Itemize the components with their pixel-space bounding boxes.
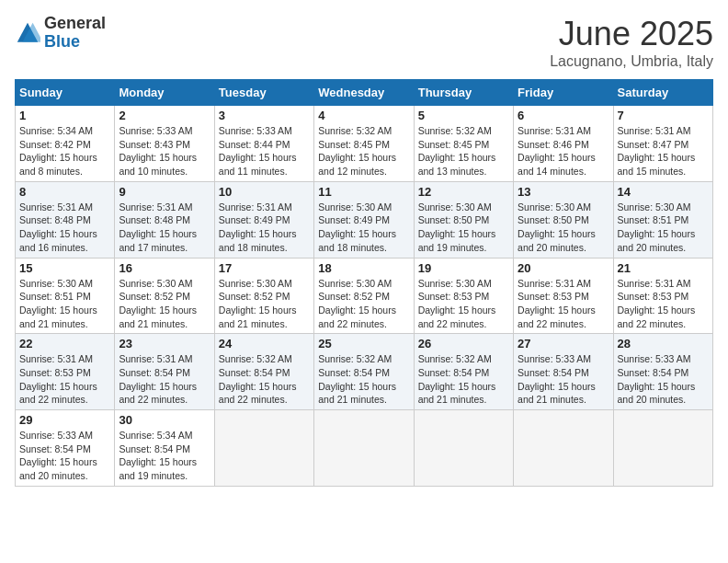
day-detail: Sunrise: 5:32 AM Sunset: 8:54 PM Dayligh…	[418, 352, 509, 407]
calendar-cell: 2Sunrise: 5:33 AM Sunset: 8:43 PM Daylig…	[115, 106, 214, 182]
day-number: 16	[119, 261, 210, 275]
day-detail: Sunrise: 5:30 AM Sunset: 8:51 PM Dayligh…	[19, 277, 110, 331]
day-number: 18	[318, 261, 409, 275]
col-header-monday: Monday	[115, 80, 214, 106]
day-number: 30	[119, 413, 210, 427]
day-detail: Sunrise: 5:31 AM Sunset: 8:53 PM Dayligh…	[19, 352, 110, 407]
day-detail: Sunrise: 5:30 AM Sunset: 8:50 PM Dayligh…	[518, 201, 609, 255]
day-number: 6	[518, 109, 609, 122]
calendar-cell: 27Sunrise: 5:33 AM Sunset: 8:54 PM Dayli…	[514, 334, 613, 410]
col-header-sunday: Sunday	[16, 80, 115, 106]
title-block: June 2025 Lacugnano, Umbria, Italy	[550, 15, 713, 70]
day-detail: Sunrise: 5:30 AM Sunset: 8:53 PM Dayligh…	[418, 277, 509, 331]
day-number: 13	[518, 185, 609, 199]
day-detail: Sunrise: 5:34 AM Sunset: 8:42 PM Dayligh…	[19, 124, 110, 178]
day-number: 7	[618, 109, 709, 122]
day-detail: Sunrise: 5:31 AM Sunset: 8:48 PM Dayligh…	[119, 201, 210, 255]
col-header-thursday: Thursday	[414, 80, 513, 106]
calendar-cell: 19Sunrise: 5:30 AM Sunset: 8:53 PM Dayli…	[414, 258, 513, 334]
day-detail: Sunrise: 5:33 AM Sunset: 8:54 PM Dayligh…	[618, 352, 709, 407]
calendar-header-row: SundayMondayTuesdayWednesdayThursdayFrid…	[16, 80, 713, 106]
day-detail: Sunrise: 5:32 AM Sunset: 8:54 PM Dayligh…	[318, 352, 409, 407]
day-number: 1	[19, 109, 110, 122]
calendar-cell: 3Sunrise: 5:33 AM Sunset: 8:44 PM Daylig…	[214, 106, 313, 182]
calendar-cell: 22Sunrise: 5:31 AM Sunset: 8:53 PM Dayli…	[16, 334, 115, 410]
page-header: General Blue June 2025 Lacugnano, Umbria…	[15, 15, 713, 70]
day-number: 15	[19, 261, 110, 275]
calendar-cell: 15Sunrise: 5:30 AM Sunset: 8:51 PM Dayli…	[16, 258, 115, 334]
calendar-cell: 9Sunrise: 5:31 AM Sunset: 8:48 PM Daylig…	[115, 181, 214, 258]
day-detail: Sunrise: 5:31 AM Sunset: 8:48 PM Dayligh…	[19, 201, 110, 255]
day-detail: Sunrise: 5:30 AM Sunset: 8:49 PM Dayligh…	[318, 201, 409, 255]
day-detail: Sunrise: 5:31 AM Sunset: 8:49 PM Dayligh…	[219, 201, 310, 255]
calendar-title: June 2025	[550, 15, 713, 53]
day-number: 24	[219, 337, 310, 350]
logo-icon	[15, 20, 40, 46]
calendar-cell: 1Sunrise: 5:34 AM Sunset: 8:42 PM Daylig…	[16, 106, 115, 182]
day-detail: Sunrise: 5:30 AM Sunset: 8:50 PM Dayligh…	[418, 201, 509, 255]
calendar-cell: 16Sunrise: 5:30 AM Sunset: 8:52 PM Dayli…	[115, 258, 214, 334]
day-detail: Sunrise: 5:31 AM Sunset: 8:53 PM Dayligh…	[618, 277, 709, 331]
calendar-cell: 14Sunrise: 5:30 AM Sunset: 8:51 PM Dayli…	[613, 181, 712, 258]
day-detail: Sunrise: 5:30 AM Sunset: 8:52 PM Dayligh…	[318, 277, 409, 331]
calendar-cell: 23Sunrise: 5:31 AM Sunset: 8:54 PM Dayli…	[115, 334, 214, 410]
day-detail: Sunrise: 5:31 AM Sunset: 8:54 PM Dayligh…	[119, 352, 210, 407]
calendar-week-1: 1Sunrise: 5:34 AM Sunset: 8:42 PM Daylig…	[16, 106, 713, 182]
logo: General Blue	[15, 15, 106, 52]
day-detail: Sunrise: 5:31 AM Sunset: 8:47 PM Dayligh…	[618, 124, 709, 178]
calendar-cell	[613, 410, 712, 487]
calendar-week-2: 8Sunrise: 5:31 AM Sunset: 8:48 PM Daylig…	[16, 181, 713, 258]
day-detail: Sunrise: 5:33 AM Sunset: 8:43 PM Dayligh…	[119, 124, 210, 178]
calendar-cell: 30Sunrise: 5:34 AM Sunset: 8:54 PM Dayli…	[115, 410, 214, 487]
day-number: 28	[618, 337, 709, 350]
calendar-cell: 11Sunrise: 5:30 AM Sunset: 8:49 PM Dayli…	[314, 181, 414, 258]
day-detail: Sunrise: 5:33 AM Sunset: 8:44 PM Dayligh…	[219, 124, 310, 178]
calendar-cell: 13Sunrise: 5:30 AM Sunset: 8:50 PM Dayli…	[514, 181, 613, 258]
day-number: 4	[318, 109, 409, 122]
calendar-cell: 26Sunrise: 5:32 AM Sunset: 8:54 PM Dayli…	[414, 334, 513, 410]
day-detail: Sunrise: 5:31 AM Sunset: 8:46 PM Dayligh…	[518, 124, 609, 178]
col-header-tuesday: Tuesday	[214, 80, 313, 106]
calendar-cell: 29Sunrise: 5:33 AM Sunset: 8:54 PM Dayli…	[16, 410, 115, 487]
day-detail: Sunrise: 5:31 AM Sunset: 8:53 PM Dayligh…	[518, 277, 609, 331]
calendar-cell: 6Sunrise: 5:31 AM Sunset: 8:46 PM Daylig…	[514, 106, 613, 182]
day-number: 10	[219, 185, 310, 199]
day-detail: Sunrise: 5:34 AM Sunset: 8:54 PM Dayligh…	[119, 429, 210, 483]
logo-blue: Blue	[44, 33, 106, 52]
calendar-cell	[414, 410, 513, 487]
calendar-cell: 5Sunrise: 5:32 AM Sunset: 8:45 PM Daylig…	[414, 106, 513, 182]
day-number: 21	[618, 261, 709, 275]
day-number: 2	[119, 109, 210, 122]
day-number: 29	[19, 413, 110, 427]
calendar-table: SundayMondayTuesdayWednesdayThursdayFrid…	[15, 79, 713, 487]
day-detail: Sunrise: 5:32 AM Sunset: 8:54 PM Dayligh…	[219, 352, 310, 407]
day-detail: Sunrise: 5:30 AM Sunset: 8:52 PM Dayligh…	[219, 277, 310, 331]
day-number: 26	[418, 337, 509, 350]
day-detail: Sunrise: 5:33 AM Sunset: 8:54 PM Dayligh…	[19, 429, 110, 483]
calendar-cell: 25Sunrise: 5:32 AM Sunset: 8:54 PM Dayli…	[314, 334, 414, 410]
logo-text: General Blue	[44, 15, 106, 52]
day-number: 22	[19, 337, 110, 350]
calendar-cell: 18Sunrise: 5:30 AM Sunset: 8:52 PM Dayli…	[314, 258, 414, 334]
calendar-week-5: 29Sunrise: 5:33 AM Sunset: 8:54 PM Dayli…	[16, 410, 713, 487]
calendar-cell	[314, 410, 414, 487]
day-number: 23	[119, 337, 210, 350]
day-number: 11	[318, 185, 409, 199]
day-number: 27	[518, 337, 609, 350]
day-detail: Sunrise: 5:33 AM Sunset: 8:54 PM Dayligh…	[518, 352, 609, 407]
calendar-cell: 7Sunrise: 5:31 AM Sunset: 8:47 PM Daylig…	[613, 106, 712, 182]
day-number: 5	[418, 109, 509, 122]
day-detail: Sunrise: 5:32 AM Sunset: 8:45 PM Dayligh…	[318, 124, 409, 178]
day-number: 17	[219, 261, 310, 275]
calendar-cell: 4Sunrise: 5:32 AM Sunset: 8:45 PM Daylig…	[314, 106, 414, 182]
day-number: 12	[418, 185, 509, 199]
calendar-cell: 28Sunrise: 5:33 AM Sunset: 8:54 PM Dayli…	[613, 334, 712, 410]
calendar-week-3: 15Sunrise: 5:30 AM Sunset: 8:51 PM Dayli…	[16, 258, 713, 334]
calendar-cell: 8Sunrise: 5:31 AM Sunset: 8:48 PM Daylig…	[16, 181, 115, 258]
day-detail: Sunrise: 5:30 AM Sunset: 8:52 PM Dayligh…	[119, 277, 210, 331]
day-detail: Sunrise: 5:32 AM Sunset: 8:45 PM Dayligh…	[418, 124, 509, 178]
logo-general: General	[44, 15, 106, 33]
calendar-cell: 21Sunrise: 5:31 AM Sunset: 8:53 PM Dayli…	[613, 258, 712, 334]
calendar-cell: 12Sunrise: 5:30 AM Sunset: 8:50 PM Dayli…	[414, 181, 513, 258]
day-number: 19	[418, 261, 509, 275]
